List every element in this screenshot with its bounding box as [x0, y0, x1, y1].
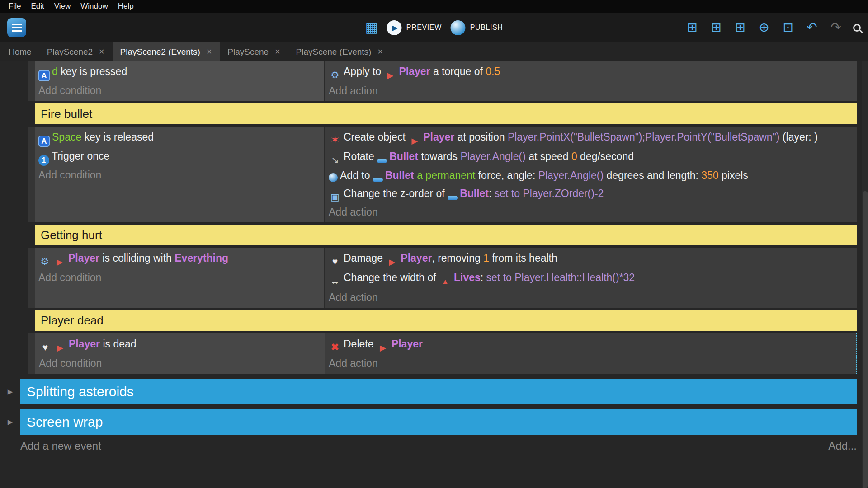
event-drag-handle[interactable]	[28, 61, 35, 101]
text-segment: a torque of	[430, 66, 486, 77]
preview-options-icon[interactable]: ▦	[365, 21, 377, 34]
close-icon[interactable]: ✕	[206, 47, 212, 56]
menu-item-help[interactable]: Help	[113, 2, 139, 11]
text-segment: Player	[68, 252, 99, 264]
menu-item-edit[interactable]: Edit	[26, 2, 49, 11]
events-footer: Add a new event Add...	[20, 440, 857, 452]
event-drag-handle[interactable]	[28, 127, 35, 222]
bullet-icon	[373, 178, 383, 182]
play-icon: ▶	[387, 20, 402, 35]
add-action-button[interactable]: Add action	[329, 82, 853, 100]
conditions-cell: ♥▶Player is deadAdd condition	[35, 333, 325, 374]
text-segment: Player	[69, 338, 100, 350]
add-condition-button[interactable]: Add condition	[38, 166, 321, 184]
tab-playscene[interactable]: PlayScene✕	[220, 42, 288, 61]
menu-bar: FileEditViewWindowHelp	[0, 0, 868, 13]
text-segment: Player	[399, 66, 430, 77]
publish-globe-icon	[451, 20, 466, 35]
tab-playscene2-events-[interactable]: PlayScene2 (Events)✕	[113, 42, 220, 61]
action-item[interactable]: ⚙Apply to ▶Player a torque of 0.5	[329, 62, 853, 82]
add-more-button[interactable]: Add...	[828, 440, 857, 452]
text-segment: 350	[701, 169, 718, 181]
search-icon[interactable]	[853, 24, 861, 32]
events-list: Ad key is pressedAdd condition⚙Apply to …	[0, 61, 868, 435]
event-drag-handle[interactable]	[28, 333, 35, 374]
group-row: ▶Screen wrap	[0, 409, 857, 435]
redo-icon[interactable]: ↷	[829, 21, 843, 34]
event-group[interactable]: Screen wrap	[20, 409, 857, 435]
tab-playscene-events-[interactable]: PlayScene (Events)✕	[288, 42, 391, 61]
text-segment: (layer: )	[779, 131, 817, 143]
add-action-button[interactable]: Add action	[329, 354, 853, 372]
add-new-event-icon[interactable]: ⊕	[757, 21, 771, 34]
condition-item[interactable]: ASpace key is released	[38, 128, 321, 147]
add-comment-icon[interactable]: ⊞	[733, 21, 747, 34]
scrollbar-track[interactable]	[862, 61, 868, 488]
text-segment: Lives	[454, 272, 481, 283]
action-item[interactable]: ▣Change the z-order of Bullet: set to Pl…	[329, 184, 853, 203]
action-item[interactable]: ♥Damage ▶Player, removing 1 from its hea…	[329, 249, 853, 268]
heart-icon: ♥	[39, 341, 52, 353]
force-icon	[329, 173, 338, 182]
event-group[interactable]: Splitting asteroids	[20, 379, 857, 404]
action-item[interactable]: ✶Create object ▶Player at position Playe…	[329, 128, 853, 147]
condition-item[interactable]: 1Trigger once	[38, 147, 321, 166]
add-condition-button[interactable]: Add condition	[39, 354, 321, 372]
text-segment: d	[52, 66, 58, 77]
text-segment: Change the z-order of	[344, 188, 448, 199]
text-segment: Bullet	[460, 188, 489, 199]
event-drag-handle[interactable]	[28, 248, 35, 308]
add-event-icon[interactable]: ⊞	[685, 21, 699, 34]
actions-cell: ✶Create object ▶Player at position Playe…	[325, 127, 857, 222]
tab-label: Home	[9, 47, 32, 57]
close-icon[interactable]: ✕	[274, 47, 280, 56]
comment[interactable]: Fire bullet	[35, 103, 857, 124]
tab-playscene2[interactable]: PlayScene2✕	[39, 42, 113, 61]
preview-button[interactable]: ▶ PREVIEW	[387, 20, 442, 35]
close-icon[interactable]: ✕	[99, 47, 104, 56]
add-condition-button[interactable]: Add condition	[38, 81, 321, 99]
comment-row: Player dead	[35, 310, 857, 331]
action-item[interactable]: Add to Bullet a permanent force, angle: …	[329, 166, 853, 184]
actions-cell: ✖Delete ▶PlayerAdd action	[325, 333, 857, 374]
undo-icon[interactable]: ↶	[805, 21, 819, 34]
text-segment: Player.PointX("BulletSpawn");Player.Poin…	[508, 131, 780, 143]
text-segment: towards	[418, 150, 460, 162]
text-segment: key is pressed	[58, 66, 127, 77]
add-new-event-row[interactable]: Add a new event	[20, 440, 101, 452]
add-subevent-icon[interactable]: ⊞	[709, 21, 723, 34]
menu-item-view[interactable]: View	[49, 2, 76, 11]
expand-icon[interactable]: ▶	[0, 418, 20, 426]
close-icon[interactable]: ✕	[377, 47, 383, 56]
scrollbar-thumb[interactable]	[863, 191, 868, 488]
text-segment: 1	[483, 252, 489, 264]
actions-cell: ♥Damage ▶Player, removing 1 from its hea…	[325, 248, 857, 308]
action-item[interactable]: ✖Delete ▶Player	[329, 335, 853, 354]
text-segment: deg/second	[577, 150, 634, 162]
choose-event-icon[interactable]: ⊡	[781, 21, 795, 34]
add-action-button[interactable]: Add action	[329, 203, 853, 221]
comment[interactable]: Player dead	[35, 310, 857, 331]
tab-home[interactable]: Home	[1, 42, 39, 61]
text-segment: 0	[571, 150, 577, 162]
player-icon: ▶	[384, 69, 397, 82]
text-segment: Change the width of	[344, 272, 439, 283]
publish-button[interactable]: PUBLISH	[451, 20, 503, 35]
conditions-cell: ASpace key is released1Trigger onceAdd c…	[35, 127, 325, 222]
condition-item[interactable]: ♥▶Player is dead	[39, 335, 321, 354]
comment[interactable]: Getting hurt	[35, 225, 857, 245]
text-segment: Bullet	[389, 150, 418, 162]
add-action-button[interactable]: Add action	[329, 288, 853, 306]
expand-icon[interactable]: ▶	[0, 388, 20, 396]
delete-icon: ✖	[329, 341, 341, 353]
condition-item[interactable]: Ad key is pressed	[38, 62, 321, 81]
tab-bar: HomePlayScene2✕PlayScene2 (Events)✕PlayS…	[0, 42, 868, 61]
gdevelop-logo[interactable]	[7, 18, 26, 37]
action-item[interactable]: ↔Change the width of ▲Lives: set to Play…	[329, 268, 853, 288]
menu-item-window[interactable]: Window	[75, 2, 113, 11]
add-condition-button[interactable]: Add condition	[38, 268, 321, 286]
condition-item[interactable]: ⚙▶Player is colliding with Everything	[38, 249, 321, 268]
action-item[interactable]: ↘Rotate Bullet towards Player.Angle() at…	[329, 147, 853, 166]
menu-item-file[interactable]: File	[4, 2, 26, 11]
text-segment: degrees and length:	[604, 169, 701, 181]
